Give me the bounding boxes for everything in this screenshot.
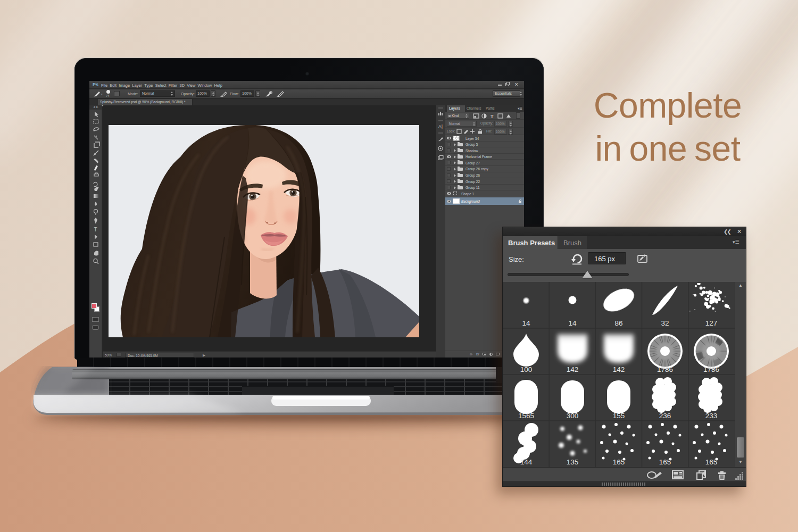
svg-text:32: 32 xyxy=(661,319,669,327)
svg-text:127: 127 xyxy=(705,319,718,327)
svg-text:300: 300 xyxy=(567,412,579,420)
svg-text:T: T xyxy=(94,227,97,232)
svg-text:14: 14 xyxy=(522,319,530,327)
svg-text:155: 155 xyxy=(613,412,625,420)
svg-text:135: 135 xyxy=(567,458,579,466)
svg-text:100: 100 xyxy=(520,365,533,373)
svg-text:1565: 1565 xyxy=(518,412,534,420)
svg-text:142: 142 xyxy=(613,365,625,373)
svg-text:14: 14 xyxy=(568,319,577,327)
svg-text:86: 86 xyxy=(614,319,622,327)
svg-text:144: 144 xyxy=(520,458,533,466)
svg-text:233: 233 xyxy=(705,412,718,420)
svg-text:236: 236 xyxy=(659,412,671,420)
svg-text:165: 165 xyxy=(705,458,718,466)
svg-text:142: 142 xyxy=(567,365,579,373)
svg-text:T: T xyxy=(491,114,494,119)
svg-text:165: 165 xyxy=(613,458,625,466)
svg-text:165: 165 xyxy=(659,458,671,466)
svg-text:1786: 1786 xyxy=(657,365,673,373)
svg-text:1786: 1786 xyxy=(703,365,719,373)
